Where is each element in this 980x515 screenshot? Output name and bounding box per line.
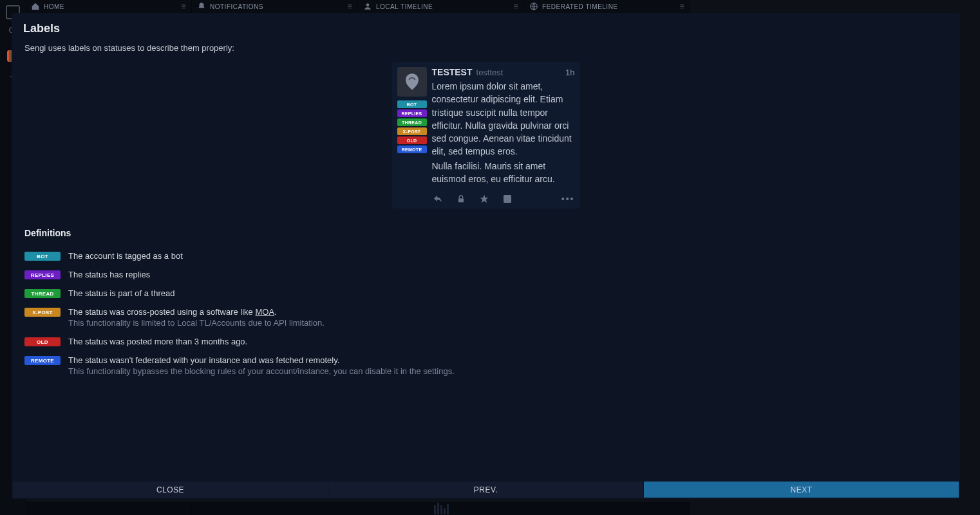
hamburger-icon[interactable]: ≡	[181, 2, 186, 11]
definition-thread: THREAD The status is part of a thread	[24, 288, 954, 298]
loading-bars-icon	[358, 502, 524, 515]
definition-text: The status was cross-posted using a soft…	[68, 307, 325, 317]
definition-text: The status was posted more than 3 months…	[68, 337, 247, 346]
hamburger-icon[interactable]: ≡	[347, 2, 352, 11]
label-remote: REMOTE	[397, 145, 427, 153]
definitions-list: BOT The account is tagged as a bot REPLI…	[18, 251, 954, 376]
label-bot: BOT	[24, 252, 61, 261]
definition-text: The status has replies	[68, 270, 150, 279]
more-icon[interactable]: •••	[561, 194, 575, 204]
label-xpost: X-POST	[397, 127, 427, 135]
definition-xpost: X-POST The status was cross-posted using…	[24, 307, 954, 328]
label-bot: BOT	[397, 100, 427, 108]
definition-replies: REPLIES The status has replies	[24, 270, 954, 279]
definition-text: The account is tagged as a bot	[68, 251, 183, 261]
status-display-name: TESTEST	[432, 67, 473, 77]
example-status: BOT REPLIES THREAD X-POST OLD REMOTE TES…	[392, 62, 580, 209]
column-title: NOTIFICATIONS	[210, 3, 347, 10]
hamburger-icon[interactable]: ≡	[679, 2, 684, 11]
intro-text: Sengi uses labels on statuses to describ…	[18, 43, 954, 53]
moa-link[interactable]: MOA	[255, 307, 274, 317]
columns-header-row: HOME ≡ NOTIFICATIONS ≡ LOCAL TIMELINE ≡ …	[26, 0, 690, 13]
label-thread: THREAD	[24, 289, 61, 298]
user-icon	[363, 2, 372, 11]
definition-bot: BOT The account is tagged as a bot	[24, 251, 954, 261]
status-content: Lorem ipsum dolor sit amet, consectetur …	[432, 80, 575, 185]
column-federated[interactable]: FEDERATED TIMELINE ≡	[524, 0, 690, 13]
status-handle: testtest	[476, 68, 504, 77]
hamburger-icon[interactable]: ≡	[513, 2, 518, 11]
status-time: 1h	[565, 68, 574, 77]
label-remote: REMOTE	[24, 356, 61, 365]
label-replies: REPLIES	[24, 270, 61, 279]
definition-subtext: This functionality is limited to Local T…	[68, 318, 325, 328]
close-button[interactable]: CLOSE	[13, 482, 328, 498]
prev-button[interactable]: PREV.	[328, 482, 644, 498]
definition-remote: REMOTE The status wasn't federated with …	[24, 355, 954, 376]
label-old: OLD	[397, 136, 427, 144]
column-local[interactable]: LOCAL TIMELINE ≡	[358, 0, 524, 13]
definition-text: The status wasn't federated with your in…	[68, 355, 455, 365]
label-old: OLD	[24, 337, 61, 346]
page-title: Labels	[18, 22, 954, 35]
column-title: HOME	[44, 3, 181, 10]
bottom-columns-peek	[26, 502, 690, 515]
column-title: FEDERATED TIMELINE	[542, 3, 679, 10]
remove-icon[interactable]	[502, 193, 513, 205]
definition-text: The status is part of a thread	[68, 288, 174, 298]
definition-old: OLD The status was posted more than 3 mo…	[24, 337, 954, 346]
label-thread: THREAD	[397, 118, 427, 126]
label-xpost: X-POST	[24, 308, 61, 317]
reply-icon[interactable]	[432, 193, 444, 205]
bell-icon	[197, 2, 206, 11]
tutorial-panel: Labels Sengi uses labels on statuses to …	[12, 13, 960, 499]
column-home[interactable]: HOME ≡	[26, 0, 192, 13]
column-notifications[interactable]: NOTIFICATIONS ≡	[192, 0, 358, 13]
definition-subtext: This functionality bypasses the blocking…	[68, 366, 455, 376]
tutorial-footer: CLOSE PREV. NEXT	[13, 482, 959, 498]
label-replies: REPLIES	[397, 109, 427, 117]
column-title: LOCAL TIMELINE	[376, 3, 513, 10]
next-button[interactable]: NEXT	[644, 482, 959, 498]
svg-point-2	[366, 3, 370, 6]
home-icon	[31, 2, 40, 11]
avatar	[397, 67, 427, 97]
star-icon[interactable]	[478, 193, 490, 205]
globe-icon	[529, 2, 538, 11]
svg-rect-4	[458, 199, 464, 203]
definitions-heading: Definitions	[18, 228, 954, 238]
lock-icon[interactable]	[455, 193, 467, 205]
